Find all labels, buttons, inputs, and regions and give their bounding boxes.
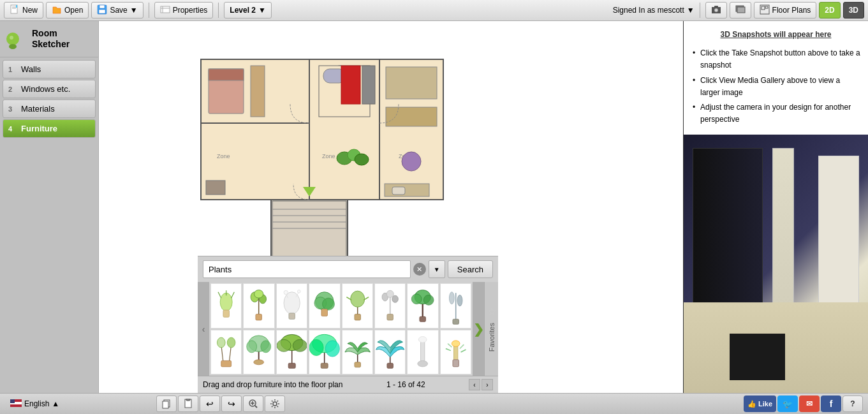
thumbsup-icon: 👍	[747, 400, 756, 408]
zoom-button[interactable]	[243, 396, 263, 412]
save-button[interactable]: Save ▼	[91, 2, 143, 18]
prev-page-button[interactable]: ‹	[469, 379, 480, 390]
new-button[interactable]: New	[4, 2, 43, 18]
svg-point-68	[284, 291, 288, 295]
grid-next-button[interactable]: ❯	[473, 282, 484, 376]
favorites-bar: ☆ Favorites	[484, 282, 498, 376]
signed-in-area: Signed In as mescott ▼	[613, 6, 695, 15]
plant-item-4[interactable]	[309, 283, 340, 329]
plant-item-3[interactable]	[276, 283, 307, 329]
svg-rect-127	[453, 360, 459, 367]
plant-item-15[interactable]	[407, 330, 438, 375]
plant-item-12[interactable]	[309, 330, 340, 375]
plant-item-9[interactable]	[210, 330, 242, 375]
drag-hint: Drag and drop furniture into the floor p…	[203, 380, 342, 389]
svg-marker-3	[16, 5, 17, 8]
svg-point-20	[10, 36, 13, 40]
level-selector[interactable]: Level 2 ▼	[224, 2, 272, 18]
svg-point-122	[452, 341, 460, 346]
svg-rect-115	[354, 362, 360, 367]
copy-button[interactable]	[156, 396, 177, 412]
undo-button[interactable]: ↩	[200, 396, 220, 412]
canvas-area[interactable]: Zone Zone Zone Zone Zone Zone Zone	[99, 21, 683, 393]
paste-button[interactable]	[178, 396, 198, 412]
svg-rect-59	[223, 310, 229, 317]
media-gallery-button[interactable]	[730, 2, 751, 18]
search-dropdown-button[interactable]: ▼	[429, 260, 445, 278]
plant-item-7[interactable]	[407, 283, 438, 329]
plant-item-10[interactable]	[243, 330, 274, 375]
plant-item-13[interactable]	[342, 330, 373, 375]
svg-rect-131	[10, 399, 15, 403]
language-button[interactable]: English ▲	[5, 397, 64, 411]
sidebar-item-windows[interactable]: 2 Windows etc.	[3, 80, 96, 98]
3d-view-button[interactable]: 3D	[843, 2, 864, 18]
email-button[interactable]: ✉	[799, 396, 820, 412]
logo-line2: Sketcher	[32, 39, 70, 50]
snapshot-button[interactable]	[705, 2, 727, 18]
plant-item-11[interactable]	[276, 330, 307, 375]
plant-item-16[interactable]	[440, 330, 471, 375]
separator-3	[700, 3, 700, 18]
redo-button[interactable]: ↪	[221, 396, 242, 412]
search-button[interactable]: Search	[448, 260, 493, 278]
svg-line-126	[460, 350, 466, 352]
language-label: English	[24, 399, 49, 408]
right-panel: 3D Snapshots will appear here Click the …	[683, 21, 868, 393]
svg-line-125	[446, 348, 451, 350]
bottom-bar: English ▲ ↩ ↪ 👍 Like 🐦 ✉ f	[0, 393, 868, 414]
settings-button[interactable]	[265, 396, 285, 412]
gallery-icon	[735, 4, 746, 17]
svg-point-111	[309, 339, 323, 355]
svg-rect-6	[99, 10, 105, 13]
sidebar-item-furniture[interactable]: 4 Furniture	[3, 119, 96, 138]
save-label: Save	[110, 6, 127, 15]
open-button[interactable]: Open	[46, 2, 89, 18]
plant-item-1[interactable]	[210, 283, 242, 329]
plant-item-8[interactable]	[440, 283, 471, 329]
snapshot-bullet-1: Click the Take Snapshot button above to …	[691, 46, 860, 73]
svg-text:Zone: Zone	[322, 153, 335, 159]
like-button[interactable]: 👍 Like	[744, 396, 776, 412]
svg-rect-93	[453, 320, 459, 325]
plant-item-6[interactable]	[374, 283, 406, 329]
properties-icon	[160, 4, 170, 17]
twitter-button[interactable]: 🐦	[777, 396, 798, 412]
plant-item-5[interactable]	[342, 283, 373, 329]
logo-icon	[5, 26, 28, 52]
room-table	[730, 334, 785, 380]
signed-in-label: Signed In as mescott	[613, 6, 684, 15]
3d-label: 3D	[849, 6, 858, 15]
search-clear-button[interactable]: ✕	[413, 263, 426, 276]
properties-button[interactable]: Properties	[154, 2, 214, 18]
plant-item-2[interactable]	[243, 283, 274, 329]
flag-icon	[10, 399, 22, 409]
furniture-grid-container: ‹	[198, 282, 498, 376]
svg-point-88	[424, 295, 434, 306]
svg-point-55	[220, 293, 232, 311]
floor-plans-button[interactable]: Floor Plans	[754, 2, 817, 18]
sidebar-item-walls[interactable]: 1 Walls	[3, 60, 96, 78]
logo-line1: Room	[32, 28, 70, 39]
svg-point-102	[261, 341, 271, 353]
svg-point-107	[293, 339, 307, 351]
plant-item-14[interactable]	[374, 330, 406, 375]
search-input[interactable]	[203, 260, 411, 278]
svg-point-119	[419, 336, 427, 342]
like-label: Like	[758, 400, 772, 408]
grid-prev-button[interactable]: ‹	[198, 282, 209, 376]
furniture-num: 4	[8, 125, 17, 133]
next-page-button[interactable]: ›	[482, 379, 493, 390]
svg-rect-12	[714, 6, 718, 8]
new-icon	[10, 4, 20, 17]
signed-in-dropdown-icon[interactable]: ▼	[687, 6, 695, 15]
furniture-panel: ✕ ▼ Search ‹	[198, 256, 498, 393]
svg-rect-34	[209, 69, 244, 80]
help-button[interactable]: ?	[842, 396, 863, 412]
sidebar-item-materials[interactable]: 3 Materials	[3, 100, 96, 118]
2d-view-button[interactable]: 2D	[819, 2, 840, 18]
facebook-button[interactable]: f	[821, 396, 841, 412]
svg-text:Zone: Zone	[217, 153, 230, 159]
svg-rect-7	[161, 6, 170, 13]
svg-point-103	[254, 360, 264, 365]
